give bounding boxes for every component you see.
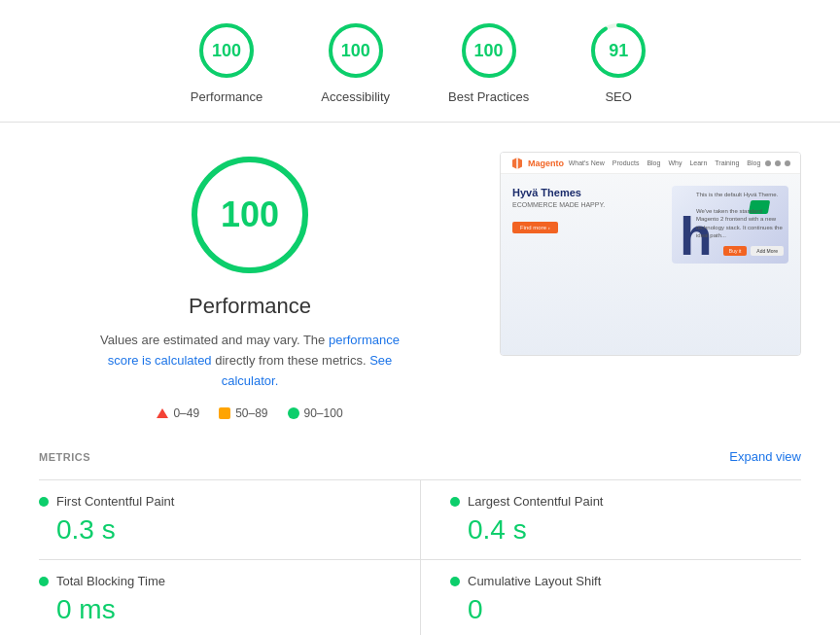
metric-name: Largest Contentful Paint [468, 494, 603, 509]
metric-value: 0.4 s [450, 514, 801, 546]
nav-item-6: Training [715, 159, 739, 166]
metric-item: First Contentful Paint 0.3 s [39, 479, 420, 559]
big-score-circle: 100 [187, 152, 313, 278]
mockup-cta-row: Buy it Add More [723, 246, 784, 256]
description-end: directly from these metrics. [215, 353, 366, 368]
score-label-performance: Performance [191, 89, 262, 104]
metric-name: Total Blocking Time [56, 574, 165, 588]
mockup-hero-right: h This is the default Hyvä Theme.We've t… [672, 186, 788, 264]
mockup-buy-btn: Buy it [723, 246, 748, 256]
legend-item-bad: 0–49 [157, 406, 199, 420]
scores-section: 100 Performance 100 Accessibility [0, 0, 840, 123]
score-item-best-practices: 100 Best Practices [448, 19, 529, 104]
mockup-user-icon [775, 160, 781, 166]
metrics-title: METRICS [39, 451, 90, 463]
score-value-performance: 100 [212, 41, 241, 61]
legend-item-medium: 50–89 [219, 406, 267, 420]
nav-item-1: What's New [569, 159, 605, 166]
mockup-hero: Hyvä Themes ECOMMERCE MADE HAPPY. Find m… [501, 174, 800, 275]
metrics-section: METRICS Expand view First Contentful Pai… [0, 449, 840, 635]
metrics-grid: First Contentful Paint 0.3 s Largest Con… [39, 479, 801, 635]
score-item-performance: 100 Performance [191, 19, 262, 104]
mockup-hero-title: Hyvä Themes [512, 186, 664, 199]
score-value-accessibility: 100 [341, 41, 370, 61]
right-panel: Magento What's New Products Blog Why Lea… [500, 152, 801, 420]
legend-item-good: 90–100 [288, 406, 343, 420]
nav-item-2: Products [612, 159, 640, 166]
score-item-accessibility: 100 Accessibility [321, 19, 390, 104]
mockup-learn-btn: Add More [751, 246, 784, 256]
score-item-seo: 91 SEO [587, 19, 649, 104]
metric-name-row: Largest Contentful Paint [450, 494, 801, 509]
mockup-hero-subtitle: ECOMMERCE MADE HAPPY. [512, 201, 664, 208]
metric-name-row: Cumulative Layout Shift [450, 574, 801, 588]
metric-item: Largest Contentful Paint 0.4 s [420, 479, 801, 559]
good-range: 90–100 [304, 406, 343, 420]
screenshot-container: Magento What's New Products Blog Why Lea… [500, 152, 801, 356]
metrics-header: METRICS Expand view [39, 449, 801, 464]
metric-item: Cumulative Layout Shift 0 [420, 559, 801, 635]
magento-logo-icon [510, 157, 524, 170]
main-content: 100 Performance Values are estimated and… [0, 123, 840, 449]
metric-name-row: First Contentful Paint [39, 494, 391, 509]
good-icon [288, 407, 299, 419]
bad-icon [157, 408, 168, 418]
metric-value: 0 ms [39, 594, 391, 625]
panel-description: Values are estimated and may vary. The p… [94, 331, 405, 391]
mockup-side-text: This is the default Hyvä Theme.We've tak… [696, 191, 784, 239]
nav-item-3: Blog [647, 159, 660, 166]
nav-item-5: Learn [689, 159, 707, 166]
metric-dot [39, 497, 49, 507]
mockup-hero-left: Hyvä Themes ECOMMERCE MADE HAPPY. Find m… [512, 186, 664, 264]
score-circle-seo: 91 [587, 19, 649, 82]
metric-dot [39, 577, 49, 586]
mockup-logo-text: Magento [528, 159, 564, 168]
mockup-cart-icon [785, 160, 790, 166]
score-value-seo: 91 [609, 41, 628, 61]
description-start: Values are estimated and may vary. The [100, 333, 325, 347]
metric-item: Total Blocking Time 0 ms [39, 559, 420, 635]
metric-name-row: Total Blocking Time [39, 574, 391, 588]
expand-view-button[interactable]: Expand view [729, 449, 801, 464]
score-label-best-practices: Best Practices [448, 89, 529, 104]
mockup-logo: Magento [510, 157, 564, 170]
score-label-accessibility: Accessibility [321, 89, 390, 104]
metric-dot [450, 577, 460, 586]
left-panel: 100 Performance Values are estimated and… [39, 152, 461, 420]
screenshot-mockup: Magento What's New Products Blog Why Lea… [501, 153, 800, 355]
medium-icon [219, 407, 230, 419]
mockup-header: Magento What's New Products Blog Why Lea… [501, 153, 800, 174]
mockup-nav: What's New Products Blog Why Learn Train… [569, 159, 761, 166]
bad-range: 0–49 [173, 406, 199, 420]
mockup-cta-button: Find more › [512, 222, 558, 233]
metric-dot [450, 497, 460, 507]
legend: 0–49 50–89 90–100 [157, 406, 342, 420]
mockup-icons [765, 160, 790, 166]
mockup-search-icon [765, 160, 771, 166]
score-circle-accessibility: 100 [325, 19, 387, 82]
medium-range: 50–89 [235, 406, 267, 420]
nav-item-7: Blog [747, 159, 760, 166]
score-circle-performance: 100 [195, 19, 258, 82]
panel-title: Performance [189, 294, 311, 319]
metric-value: 0 [450, 594, 801, 625]
metric-name: Cumulative Layout Shift [468, 574, 601, 588]
score-value-best-practices: 100 [474, 41, 504, 61]
score-circle-best-practices: 100 [458, 19, 520, 82]
metric-value: 0.3 s [39, 514, 391, 546]
big-score-value: 100 [221, 194, 279, 235]
nav-item-4: Why [668, 159, 682, 166]
metric-name: First Contentful Paint [56, 494, 174, 509]
score-label-seo: SEO [605, 89, 631, 104]
